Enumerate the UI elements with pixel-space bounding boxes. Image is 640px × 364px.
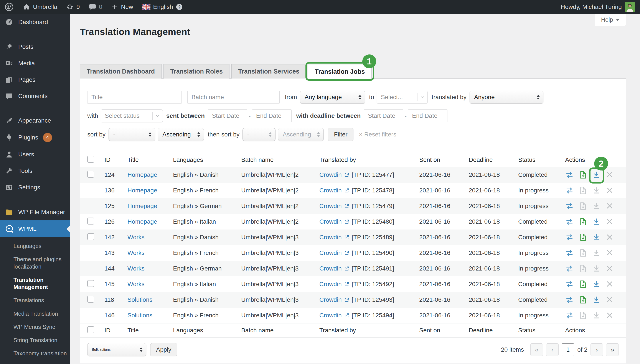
sort-order-select[interactable]: Ascending	[158, 128, 204, 141]
row-checkbox[interactable]	[87, 171, 94, 178]
account-menu[interactable]: Howdy, Michael Turing	[561, 2, 640, 12]
row-checkbox[interactable]	[87, 218, 94, 224]
sent-start-date-input[interactable]	[208, 109, 247, 122]
job-title-link[interactable]: Works	[127, 250, 145, 256]
select-all-checkbox[interactable]	[87, 326, 94, 333]
job-title-link[interactable]: Solutions	[127, 296, 152, 303]
cancel-job-icon[interactable]	[605, 311, 614, 320]
download-xliff-icon[interactable]	[578, 233, 587, 242]
download-translation-icon[interactable]	[592, 264, 601, 273]
sidebar-item-wpml[interactable]: WPML	[0, 220, 70, 237]
sidebar-item-plugins[interactable]: Plugins4	[0, 129, 70, 146]
download-xliff-icon[interactable]	[578, 217, 587, 226]
last-page-button[interactable]: »	[606, 344, 619, 356]
submenu-item-wp-menus-sync[interactable]: WP Menus Sync	[0, 320, 70, 334]
submenu-item-string-translation[interactable]: String Translation	[0, 334, 70, 347]
download-translation-icon[interactable]: 2	[592, 170, 601, 179]
exchange-translator-icon[interactable]	[565, 296, 574, 304]
sort-by-select[interactable]: -	[109, 128, 155, 141]
download-xliff-icon[interactable]	[578, 202, 587, 210]
download-translation-icon[interactable]	[592, 248, 601, 257]
sidebar-item-tools[interactable]: Tools	[0, 163, 70, 179]
new-menu[interactable]: New	[107, 0, 137, 14]
job-title-link[interactable]: Homepage	[127, 187, 157, 194]
download-xliff-icon[interactable]	[578, 296, 587, 304]
select-all-checkbox[interactable]	[87, 156, 94, 163]
exchange-translator-icon[interactable]	[565, 280, 574, 288]
download-translation-icon[interactable]	[592, 233, 601, 242]
download-xliff-icon[interactable]	[578, 280, 587, 288]
sidebar-item-comments[interactable]: Comments	[0, 88, 70, 104]
from-language-select[interactable]: Any language	[300, 91, 365, 104]
download-translation-icon[interactable]	[592, 202, 601, 210]
translator-link[interactable]: Crowdin	[319, 281, 342, 288]
translator-link[interactable]: Crowdin	[319, 312, 342, 319]
translator-link[interactable]: Crowdin	[319, 234, 342, 241]
exchange-translator-icon[interactable]	[565, 217, 574, 226]
submenu-item-theme-and-plugins-localization[interactable]: Theme and plugins localization	[0, 253, 70, 273]
prev-page-button[interactable]: ‹	[546, 344, 559, 356]
download-translation-icon[interactable]	[592, 186, 601, 195]
site-name-menu[interactable]: Umbrella	[18, 0, 62, 14]
exchange-translator-icon[interactable]	[565, 202, 574, 210]
submenu-item-taxonomy-translation[interactable]: Taxonomy translation	[0, 347, 70, 360]
download-xliff-icon[interactable]	[578, 186, 587, 195]
row-checkbox[interactable]	[87, 296, 94, 302]
job-title-link[interactable]: Homepage	[127, 218, 157, 225]
download-xliff-icon[interactable]	[578, 170, 587, 179]
translator-link[interactable]: Crowdin	[319, 250, 342, 256]
deadline-start-date-input[interactable]	[364, 109, 403, 122]
job-title-link[interactable]: Homepage	[127, 171, 157, 178]
deadline-end-date-input[interactable]	[408, 109, 447, 122]
next-page-button[interactable]: ›	[590, 344, 603, 356]
row-checkbox[interactable]	[87, 280, 94, 287]
to-language-select[interactable]: Select...	[377, 91, 428, 104]
language-menu[interactable]: English ?	[137, 0, 187, 14]
cancel-job-icon[interactable]	[605, 170, 614, 179]
sidebar-item-pages[interactable]: Pages	[0, 72, 70, 88]
exchange-translator-icon[interactable]	[565, 233, 574, 242]
row-checkbox[interactable]	[87, 233, 94, 240]
exchange-translator-icon[interactable]	[565, 311, 574, 320]
then-sort-by-select[interactable]: -	[242, 128, 275, 141]
download-translation-icon[interactable]	[592, 280, 601, 288]
updates-menu[interactable]: 9	[62, 0, 84, 14]
cancel-job-icon[interactable]	[605, 280, 614, 288]
submenu-item-languages[interactable]: Languages	[0, 240, 70, 253]
exchange-translator-icon[interactable]	[565, 170, 574, 179]
cancel-job-icon[interactable]	[605, 248, 614, 257]
tab-translation-roles[interactable]: Translation Roles	[163, 64, 229, 78]
help-button[interactable]: Help	[595, 14, 626, 26]
translated-by-select[interactable]: Anyone	[470, 91, 543, 104]
job-title-link[interactable]: Works	[127, 234, 145, 240]
cancel-job-icon[interactable]	[605, 202, 614, 210]
cancel-job-icon[interactable]	[605, 233, 614, 242]
comments-menu[interactable]: 0	[84, 0, 107, 14]
submenu-item-translations[interactable]: Translations	[0, 294, 70, 307]
batch-name-filter-input[interactable]	[187, 91, 280, 104]
submenu-item-media-translation[interactable]: Media Translation	[0, 307, 70, 320]
tab-translation-dashboard[interactable]: Translation Dashboard	[80, 64, 162, 78]
job-title-link[interactable]: Homepage	[127, 202, 157, 209]
cancel-job-icon[interactable]	[605, 186, 614, 195]
translator-link[interactable]: Crowdin	[319, 296, 342, 303]
then-sort-order-select[interactable]: Ascending	[278, 128, 324, 141]
exchange-translator-icon[interactable]	[565, 264, 574, 273]
submenu-item-packages[interactable]: Packages	[0, 360, 70, 364]
translator-link[interactable]: Crowdin	[319, 218, 342, 225]
job-title-link[interactable]: Solutions	[127, 312, 152, 319]
sidebar-item-dashboard[interactable]: Dashboard	[0, 14, 70, 30]
translator-link[interactable]: Crowdin	[319, 171, 342, 178]
title-filter-input[interactable]	[87, 91, 182, 104]
bulk-actions-select[interactable]: Bulk actions	[87, 343, 146, 356]
tab-translation-services[interactable]: Translation Services	[231, 64, 306, 78]
apply-button[interactable]: Apply	[150, 343, 177, 356]
sent-end-date-input[interactable]	[252, 109, 291, 122]
tab-translation-jobs[interactable]: Translation Jobs1	[308, 64, 372, 79]
cancel-job-icon[interactable]	[605, 296, 614, 304]
submenu-item-translation-management[interactable]: Translation Management	[0, 273, 70, 294]
download-xliff-icon[interactable]	[578, 264, 587, 273]
filter-button[interactable]: Filter	[328, 128, 353, 141]
download-translation-icon[interactable]	[592, 296, 601, 304]
job-title-link[interactable]: Works	[127, 281, 145, 288]
